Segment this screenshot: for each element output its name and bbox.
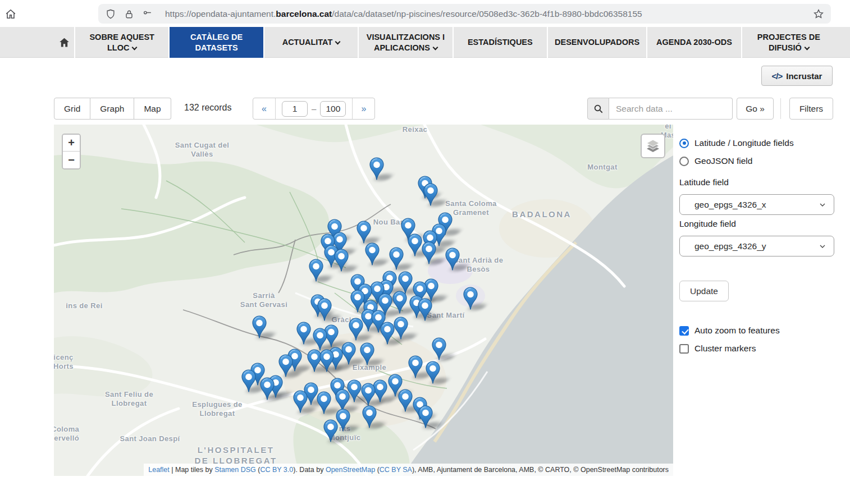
autozoom-checkbox-row[interactable]: Auto zoom to features [679, 326, 780, 336]
pagination-from-input[interactable] [282, 101, 308, 117]
map-marker-pin[interactable] [463, 287, 478, 310]
pagination-next-button[interactable]: » [353, 98, 374, 119]
latitude-field-label: Latitude field [679, 177, 729, 187]
search-icon [587, 98, 609, 120]
map-marker-pin[interactable] [341, 342, 356, 365]
longitude-field-select[interactable]: geo_epgs_4326_y [679, 236, 834, 256]
map-marker-pin[interactable] [252, 315, 267, 339]
browser-bar: https://opendata-ajuntament.barcelona.ca… [0, 0, 850, 27]
bookmark-star-icon[interactable] [813, 8, 824, 20]
radio-geojson-control[interactable] [679, 157, 689, 166]
attribution-link[interactable]: Leaflet [148, 466, 170, 474]
autozoom-checkbox[interactable] [679, 326, 689, 336]
nav-item-desenvolupadors[interactable]: DESENVOLUPADORS [547, 27, 646, 58]
map-marker-pin[interactable] [380, 322, 395, 345]
latitude-field-select[interactable]: geo_epgs_4326_x [679, 194, 834, 215]
map-marker-pin[interactable] [309, 259, 323, 282]
layers-control[interactable] [641, 134, 665, 158]
search-go-button[interactable]: Go » [737, 98, 774, 120]
nav-item-agenda-2030-ods[interactable]: AGENDA 2030-ODS [646, 27, 741, 58]
radio-geojson-field[interactable]: GeoJSON field [679, 156, 752, 166]
map-marker-pin[interactable] [408, 233, 422, 257]
map-attribution: Leaflet | Map tiles by Stamen DSG (CC BY… [144, 464, 673, 476]
browser-home-icon[interactable] [4, 8, 17, 20]
pagination-prev-button[interactable]: « [253, 98, 275, 119]
home-icon [58, 36, 70, 48]
attribution-link[interactable]: CC BY SA [380, 466, 412, 474]
view-switcher: GridGraphMap [54, 98, 171, 120]
cluster-checkbox-row[interactable]: Cluster markers [679, 343, 756, 354]
update-button[interactable]: Update [679, 281, 729, 301]
map-marker-pin[interactable] [408, 355, 423, 379]
map-marker-pin[interactable] [357, 221, 371, 244]
attribution-link[interactable]: Stamen DSG [214, 466, 256, 474]
view-graph-button[interactable]: Graph [90, 98, 134, 120]
map-marker-pin[interactable] [241, 369, 256, 393]
nav-item-visualitzacions-i-aplicacions[interactable]: VISUALITZACIONS I APLICACIONS [358, 27, 452, 58]
map-marker-pin[interactable] [349, 318, 363, 341]
map-marker-pin[interactable] [422, 241, 436, 265]
map-marker-pin[interactable] [278, 354, 293, 378]
lock-icon[interactable] [124, 8, 135, 20]
pagination-dash: – [312, 104, 316, 113]
chevron-down-icon [819, 243, 826, 250]
map-marker-pin[interactable] [313, 328, 327, 351]
map-marker-pin[interactable] [398, 389, 413, 413]
map-marker-pin[interactable] [361, 383, 376, 406]
embed-button[interactable]: </> Incrustar [761, 66, 833, 86]
map-marker-pin[interactable] [418, 405, 433, 429]
shield-icon[interactable] [105, 8, 116, 20]
map-marker-pin[interactable] [317, 391, 331, 415]
map-marker-pin[interactable] [389, 247, 404, 271]
caret-down-icon [432, 44, 438, 50]
view-map-button[interactable]: Map [134, 98, 171, 120]
attribution-link[interactable]: CC BY 3.0 [260, 466, 293, 474]
map-marker-pin[interactable] [423, 183, 438, 207]
radio-latlon-control[interactable] [679, 139, 689, 148]
map-marker-pin[interactable] [426, 361, 440, 384]
map-marker-pin[interactable] [260, 377, 275, 401]
caret-down-icon [132, 44, 138, 50]
permissions-toggle-icon[interactable] [142, 8, 153, 20]
map-marker-pin[interactable] [293, 390, 308, 414]
zoom-in-button[interactable]: + [63, 135, 80, 152]
filters-button[interactable]: Filters [789, 98, 833, 120]
map-marker-pin[interactable] [369, 157, 384, 181]
zoom-out-button[interactable]: − [63, 152, 80, 168]
nav-item-projectes-de-difusi-[interactable]: PROJECTES DE DIFUSIÓ [741, 27, 835, 58]
map-marker-pin[interactable] [365, 242, 380, 266]
nav-item-home[interactable] [54, 27, 74, 58]
map-marker-pin[interactable] [296, 322, 311, 345]
pagination: « – » [253, 98, 375, 120]
map-marker-pin[interactable] [362, 405, 377, 429]
map-marker-pin[interactable] [394, 317, 408, 340]
main-navbar: SOBRE AQUEST LLOCCATÀLEG DE DATASETSACTU… [0, 27, 850, 58]
search-input[interactable] [609, 98, 733, 120]
pagination-to-input[interactable] [320, 101, 346, 117]
map-marker-pin[interactable] [418, 298, 432, 322]
cluster-checkbox[interactable] [679, 344, 689, 354]
map-marker-pin[interactable] [432, 337, 446, 361]
caret-down-icon [804, 44, 810, 50]
map-zoom-control: + − [62, 134, 81, 169]
map-marker-pin[interactable] [445, 248, 460, 271]
map-marker-pin[interactable] [317, 298, 332, 322]
longitude-field-label: Longitude field [679, 219, 736, 229]
nav-item-estad-stiques[interactable]: ESTADÍSTIQUES [453, 27, 547, 58]
map-marker-pin[interactable] [392, 291, 407, 314]
view-grid-button[interactable]: Grid [54, 98, 90, 120]
map-marker-pin[interactable] [323, 419, 338, 443]
map-canvas[interactable]: Reixacel MasSant Cugat del VallèsMontgat… [54, 125, 673, 476]
radio-latlon-fields[interactable]: Latitude / Longitude fields [679, 138, 794, 148]
nav-item-cat-leg-de-datasets[interactable]: CATÀLEG DE DATASETS [168, 27, 263, 58]
nav-item-actualitat[interactable]: ACTUALITAT [263, 27, 358, 58]
url-bar[interactable]: https://opendata-ajuntament.barcelona.ca… [98, 4, 831, 24]
nav-items: SOBRE AQUEST LLOCCATÀLEG DE DATASETSACTU… [54, 27, 835, 58]
map-marker-pin[interactable] [319, 349, 334, 373]
search-box [587, 98, 733, 120]
nav-item-sobre-aquest-lloc[interactable]: SOBRE AQUEST LLOC [74, 27, 168, 58]
map-marker-pin[interactable] [360, 342, 374, 366]
attribution-link[interactable]: OpenStreetMap [326, 466, 375, 474]
map-marker-pin[interactable] [334, 249, 349, 272]
code-icon: </> [772, 71, 783, 81]
